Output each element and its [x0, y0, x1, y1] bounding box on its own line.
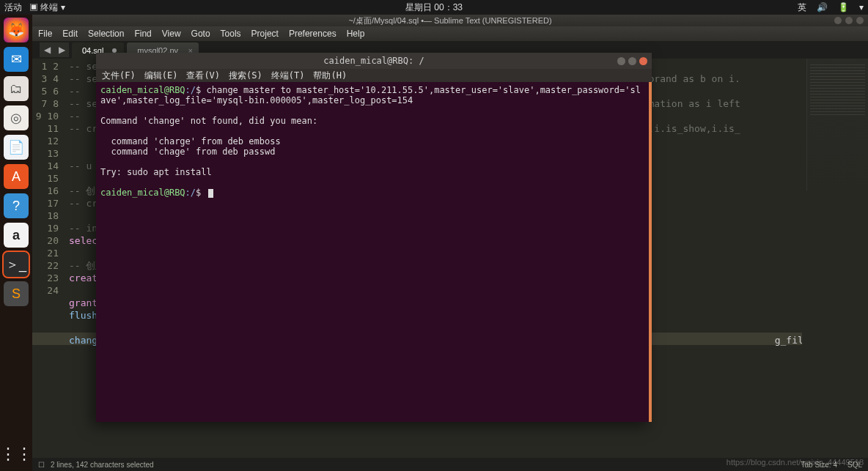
terminal-menubar: 文件(F) 编辑(E) 查看(V) 搜索(S) 终端(T) 帮助(H) — [96, 69, 652, 82]
clock[interactable]: 星期日 00：33 — [405, 1, 463, 14]
terminal-scrollbar[interactable] — [649, 82, 652, 422]
thunderbird-icon[interactable]: ✉ — [4, 47, 29, 72]
menu-find[interactable]: Find — [134, 29, 151, 39]
gnome-topbar: 活动 ▣ 终端 ▾ 星期日 00：33 英 🔊 🔋 ▾ — [0, 0, 868, 15]
tmenu-view[interactable]: 查看(V) — [186, 70, 220, 82]
tab-next-icon[interactable]: ▶ — [54, 42, 69, 57]
max-button[interactable] — [845, 17, 853, 24]
sublime-title-text: ~/桌面/Mysql/04.sql •— Sublime Text (UNREG… — [348, 15, 551, 26]
terminal-icon[interactable]: ＞_ — [4, 252, 29, 277]
status-pane-icon[interactable]: ☐ — [38, 461, 45, 469]
sublime-menubar: File Edit Selection Find View Goto Tools… — [32, 26, 868, 41]
minimap[interactable] — [806, 59, 868, 190]
terminal-titlebar: caiden_mical@RBQ: / — [96, 53, 652, 69]
status-selection: 2 lines, 142 characters selected — [51, 461, 154, 469]
ubuntu-launcher: 🦊 ✉ 🗂 ◎ 📄 A ? a ＞_ S ⋮⋮⋮ — [0, 15, 32, 471]
tmenu-help[interactable]: 帮助(H) — [313, 70, 347, 82]
writer-icon[interactable]: 📄 — [4, 135, 29, 160]
app-menu[interactable]: ▣ 终端 ▾ — [29, 1, 65, 14]
term-max-button[interactable] — [628, 57, 636, 65]
help-icon[interactable]: ? — [4, 193, 29, 218]
menu-view[interactable]: View — [162, 29, 181, 39]
software-icon[interactable]: A — [4, 164, 29, 189]
close-button[interactable] — [856, 17, 864, 24]
terminal-title-text: caiden_mical@RBQ: / — [323, 56, 424, 66]
menu-edit[interactable]: Edit — [62, 29, 78, 39]
terminal-body[interactable]: caiden_mical@RBQ:/$ change master to mas… — [96, 82, 649, 422]
amazon-icon[interactable]: a — [4, 223, 29, 248]
activities-button[interactable]: 活动 — [4, 1, 22, 14]
menu-file[interactable]: File — [38, 29, 52, 39]
sublime-titlebar: ~/桌面/Mysql/04.sql •— Sublime Text (UNREG… — [32, 15, 868, 26]
min-button[interactable] — [834, 17, 842, 24]
menu-selection[interactable]: Selection — [88, 29, 124, 39]
menu-tools[interactable]: Tools — [221, 29, 241, 39]
menu-goto[interactable]: Goto — [191, 29, 210, 39]
menu-project[interactable]: Project — [251, 29, 279, 39]
line-gutter: 1 2 3 4 5 6 7 8 9 10 11 12 13 14 15 16 1… — [32, 59, 65, 297]
menu-preferences[interactable]: Preferences — [289, 29, 336, 39]
tmenu-file[interactable]: 文件(F) — [102, 70, 136, 82]
sublime-icon[interactable]: S — [4, 281, 29, 306]
power-icon[interactable]: ▾ — [859, 2, 864, 12]
input-lang[interactable]: 英 — [798, 1, 806, 14]
firefox-icon[interactable]: 🦊 — [4, 18, 29, 42]
menu-help[interactable]: Help — [347, 29, 365, 39]
rhythmbox-icon[interactable]: ◎ — [4, 105, 29, 130]
tmenu-search[interactable]: 搜索(S) — [229, 70, 262, 82]
tmenu-terminal[interactable]: 终端(T) — [271, 70, 305, 82]
tab-prev-icon[interactable]: ◀ — [40, 42, 54, 57]
terminal-window: caiden_mical@RBQ: / 文件(F) 编辑(E) 查看(V) 搜索… — [96, 53, 652, 422]
battery-icon[interactable]: 🔋 — [838, 2, 849, 12]
term-close-button[interactable] — [639, 57, 647, 65]
watermark-text: https://blog.csdn.net/weixin_44449518 — [727, 458, 864, 467]
term-min-button[interactable] — [617, 57, 625, 65]
tmenu-edit[interactable]: 编辑(E) — [144, 70, 178, 82]
volume-icon[interactable]: 🔊 — [817, 2, 828, 12]
apps-grid-icon[interactable]: ⋮⋮⋮ — [0, 445, 32, 464]
files-icon[interactable]: 🗂 — [4, 76, 29, 101]
